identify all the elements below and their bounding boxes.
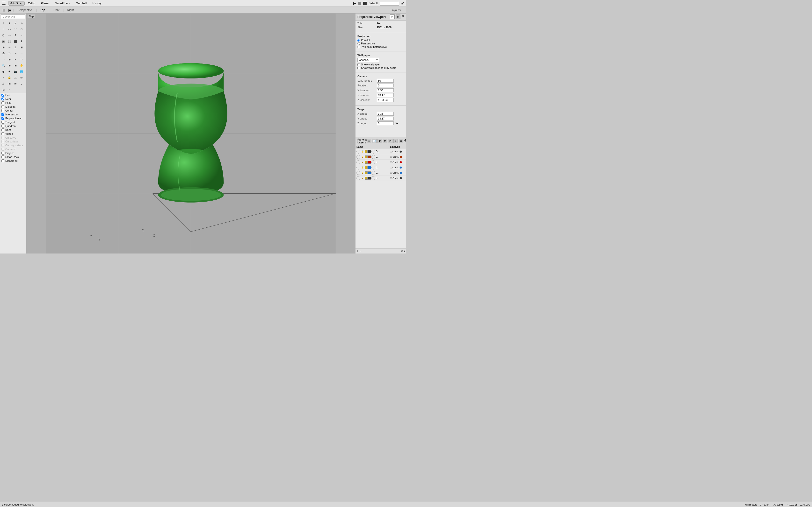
snap-item-on-curve[interactable]: On curve xyxy=(0,136,27,139)
layer-row[interactable]: 🔒L...Conti... xyxy=(355,160,406,165)
layer-color-swatch[interactable] xyxy=(368,150,371,153)
two-point-radio[interactable] xyxy=(357,46,360,48)
layer-gold-swatch[interactable] xyxy=(365,156,367,158)
snap-checkbox-disable-all[interactable] xyxy=(1,159,4,162)
layer-visibility-icon[interactable] xyxy=(356,160,360,164)
menu-icon[interactable]: ☰ xyxy=(2,1,6,6)
layers-icon-5[interactable]: ⊟ xyxy=(388,139,393,143)
layers-icon-3[interactable]: ◧ xyxy=(377,139,382,143)
expand-button[interactable]: ⤢ xyxy=(401,1,404,6)
tab-perspective[interactable]: Perspective xyxy=(14,7,36,13)
zoom-tool[interactable]: 🔍 xyxy=(0,62,6,68)
rotate-tool[interactable]: ↻ xyxy=(6,50,12,56)
snap-item-point[interactable]: Point xyxy=(0,101,27,105)
layer-color-swatch[interactable] xyxy=(368,161,371,164)
ztarget-gear-icon[interactable]: ⚙▾ xyxy=(395,122,399,125)
annotation-tool[interactable]: ✎ xyxy=(6,87,12,93)
tab-top[interactable]: Top xyxy=(37,7,48,13)
snap-checkbox-knot[interactable] xyxy=(1,128,4,131)
surface-tool[interactable]: ⬚ xyxy=(6,38,12,44)
layer-gold-swatch[interactable] xyxy=(365,166,367,169)
remove-layer-button[interactable]: − xyxy=(359,249,361,253)
layer-gold-swatch[interactable] xyxy=(365,177,367,180)
split-tool[interactable]: ⊥ xyxy=(12,44,18,50)
layer-dot-icon[interactable] xyxy=(371,150,375,154)
snap-item-center[interactable]: Center xyxy=(0,109,27,113)
grid-tool[interactable]: ⊞ xyxy=(6,80,12,87)
freeform-tool[interactable]: 〜 xyxy=(6,32,12,38)
layers-icon-6[interactable]: ? xyxy=(394,139,398,143)
snap-item-end[interactable]: End xyxy=(0,93,27,97)
command-input[interactable]: Command xyxy=(1,14,26,19)
snap-item-vertex[interactable]: Vertex xyxy=(0,132,27,136)
layer-lock-icon[interactable]: 🔒 xyxy=(361,166,364,169)
layer-dot-icon[interactable] xyxy=(371,160,375,164)
show-wallpaper-check[interactable] xyxy=(357,63,360,66)
cplane-tool[interactable]: ⊥ xyxy=(0,80,6,87)
snap-checkbox-quadrant[interactable] xyxy=(1,125,4,127)
snap-dist-tool[interactable]: ◎ xyxy=(18,74,24,80)
props-object-icon[interactable]: ◫ xyxy=(396,14,400,19)
render-tool[interactable]: ◑ xyxy=(0,68,6,74)
layers-footer-gear-icon[interactable]: ⚙▾ xyxy=(401,249,405,253)
ytarget-input[interactable] xyxy=(377,117,394,120)
env-tool[interactable]: 🌐 xyxy=(18,68,24,74)
mesh-tool[interactable]: ⬛ xyxy=(12,38,18,44)
line-tool[interactable]: ╱ xyxy=(12,20,18,26)
point-tool[interactable]: ✦ xyxy=(6,20,12,26)
props-viewport-icon[interactable]: □ xyxy=(390,14,395,19)
snap-checkbox-perpendicular[interactable] xyxy=(1,117,4,120)
snap-item-perpendicular[interactable]: Perpendicular xyxy=(0,116,27,120)
layouts-button[interactable]: Layouts... xyxy=(389,8,405,12)
layer-visibility-icon[interactable] xyxy=(356,176,360,180)
snap-item-on-surface[interactable]: On surface xyxy=(0,139,27,144)
trim-tool[interactable]: ✂ xyxy=(6,44,12,50)
camera-tool[interactable]: 📷 xyxy=(12,68,18,74)
layer-visibility-icon[interactable] xyxy=(356,166,360,169)
snap-checkbox-near[interactable] xyxy=(1,98,4,101)
snap-checkbox-vertex[interactable] xyxy=(1,132,4,135)
record-button[interactable] xyxy=(358,2,361,5)
scale-tool[interactable]: ⤡ xyxy=(12,50,18,56)
tab-front[interactable]: Front xyxy=(50,7,62,13)
snap-item-quadrant[interactable]: Quadrant xyxy=(0,124,27,128)
snap-item-knot[interactable]: Knot xyxy=(0,128,27,132)
text-tool[interactable]: T xyxy=(12,32,18,38)
viewport-canvas[interactable]: Y X xyxy=(27,13,355,253)
move-tool[interactable]: ✛ xyxy=(0,50,6,56)
default-input[interactable] xyxy=(379,1,399,6)
tab-right[interactable]: Right xyxy=(64,7,77,13)
layer-lock-icon[interactable]: 🔒 xyxy=(361,176,364,180)
snap-checkbox-center[interactable] xyxy=(1,109,4,112)
layer-visibility-icon[interactable] xyxy=(356,155,360,159)
layer-dot-icon[interactable] xyxy=(371,155,375,159)
zloc-input[interactable] xyxy=(377,98,394,102)
snap-checkbox-smarttrack[interactable] xyxy=(1,156,4,158)
snap-lock-tool[interactable]: 🔒 xyxy=(6,74,12,80)
ellipse-tool[interactable]: ⬭ xyxy=(6,26,12,32)
parallel-radio[interactable] xyxy=(357,39,360,42)
layer-visibility-icon[interactable] xyxy=(356,171,360,175)
planar-menu[interactable]: Planar xyxy=(39,1,52,6)
layer-color-swatch[interactable] xyxy=(368,177,371,180)
offset-tool[interactable]: ⊃ xyxy=(0,56,6,62)
rect-tool[interactable]: □ xyxy=(18,26,24,32)
light-tool[interactable]: ☀ xyxy=(6,68,12,74)
poly-tool[interactable]: ⬡ xyxy=(0,32,6,38)
layer-lock-icon[interactable]: 🔒 xyxy=(361,171,364,175)
curve-tool[interactable]: ∿ xyxy=(18,20,24,26)
analyze-tool[interactable]: ▽ xyxy=(18,80,24,87)
layer-row[interactable]: 🔒D...Conti... xyxy=(355,149,406,154)
layers-icon-7[interactable]: ⊕ xyxy=(399,139,403,143)
layer-lock-icon[interactable]: 🔒 xyxy=(361,155,364,159)
add-layer-button[interactable]: + xyxy=(356,249,358,253)
snap-item-near[interactable]: Near xyxy=(0,97,27,101)
snap-item-intersection[interactable]: Intersection xyxy=(0,113,27,116)
perspective-radio[interactable] xyxy=(357,42,360,45)
select-tool[interactable]: ↖ xyxy=(0,20,6,26)
history-menu[interactable]: History xyxy=(90,1,104,6)
layers-icon-4[interactable]: ⊞ xyxy=(383,139,387,143)
play-button[interactable]: ▶ xyxy=(353,1,356,6)
stop-button[interactable] xyxy=(363,2,367,5)
layer-dot-icon[interactable] xyxy=(371,176,375,180)
